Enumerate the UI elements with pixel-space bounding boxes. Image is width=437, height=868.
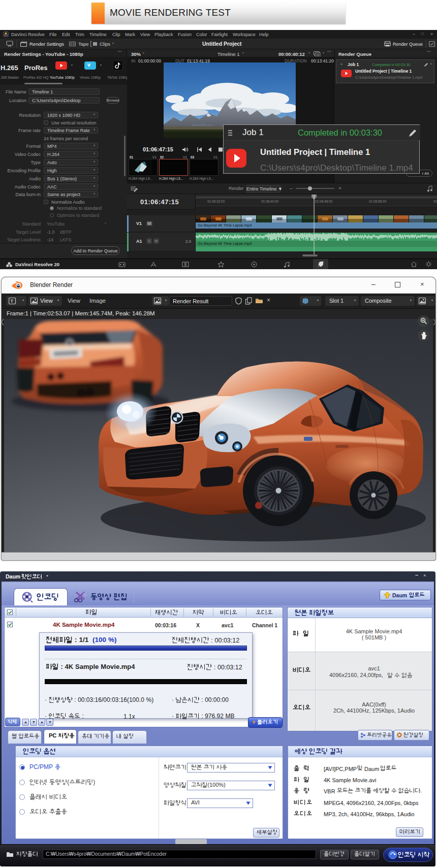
svg-text:): ): [93, 779, 95, 786]
svg-text:(: (: [67, 779, 69, 786]
svg-text:%): %): [146, 697, 154, 703]
svg-text:·: ·: [172, 697, 174, 703]
svg-text:(100%): (100%): [207, 782, 225, 788]
svg-text::: :: [74, 697, 76, 703]
svg-text:00:03:12: 00:03:12: [215, 637, 240, 644]
svg-text:PC/PMP: PC/PMP: [29, 764, 53, 770]
svg-text:00:03:16/00:03:16(100.0: 00:03:16/00:03:16(100.0: [78, 697, 144, 703]
svg-text:00:00:00: 00:00:00: [205, 697, 229, 703]
svg-text:·: ·: [172, 713, 174, 720]
svg-text::: :: [201, 697, 203, 703]
svg-text:AVI: AVI: [191, 800, 200, 806]
svg-text:%): %): [108, 636, 117, 644]
svg-text::: :: [82, 713, 84, 720]
svg-text:00:03:12: 00:03:12: [217, 664, 242, 671]
svg-text:(100: (100: [92, 636, 106, 644]
svg-text:·: ·: [45, 697, 47, 703]
svg-text:HD: HD: [316, 53, 320, 56]
svg-text::: :: [75, 636, 77, 644]
svg-text:MB: MB: [226, 713, 235, 720]
svg-text:www.123rf.com: www.123rf.com: [191, 123, 212, 126]
svg-text::: :: [60, 663, 63, 670]
svg-text::: :: [211, 637, 212, 644]
svg-text::: :: [201, 713, 203, 720]
svg-text::: :: [214, 664, 215, 671]
svg-text:4K: 4K: [65, 663, 74, 670]
svg-text:Sample: Sample: [75, 663, 99, 670]
svg-text:T: T: [11, 299, 14, 304]
svg-text:1/1: 1/1: [79, 636, 89, 644]
svg-text:.: .: [420, 788, 422, 793]
svg-text:Movie.mp4: Movie.mp4: [101, 663, 135, 670]
svg-text:PC: PC: [49, 733, 56, 738]
svg-text:976.92: 976.92: [205, 713, 224, 720]
